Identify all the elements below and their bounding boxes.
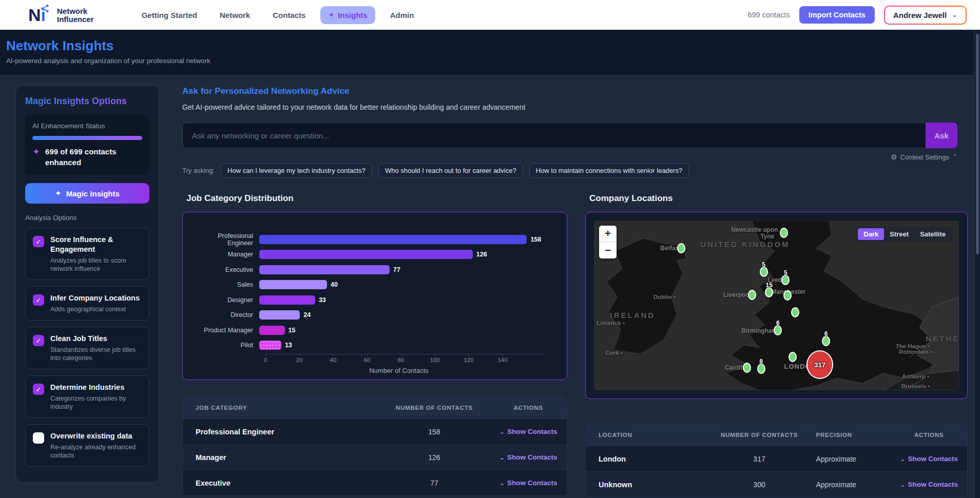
- option-label: Overwrite existing data: [50, 431, 142, 441]
- checkbox-checked-icon[interactable]: ✓: [33, 294, 44, 306]
- checkbox-checked-icon[interactable]: ✓: [33, 335, 44, 346]
- nav-item-getting-started[interactable]: Getting Started: [134, 6, 205, 24]
- checkbox-checked-icon[interactable]: ✓: [33, 236, 44, 247]
- map-marker[interactable]: [677, 243, 685, 253]
- map-marker[interactable]: [791, 307, 799, 317]
- contact-count-cell: 158: [378, 428, 490, 436]
- map-canvas[interactable]: Newcastle uponTyneUNITED KINGDOMBelfastD…: [594, 221, 959, 390]
- option-label: Infer Company Locations: [50, 293, 140, 303]
- suggestion-chip[interactable]: How to maintain connections with senior …: [529, 163, 689, 178]
- user-menu-button[interactable]: Andrew Jewell ⌄: [884, 6, 967, 25]
- col-header-actions: Actions: [891, 432, 967, 438]
- option-infer-company-locations[interactable]: ✓Infer Company LocationsAdds geographica…: [25, 286, 149, 321]
- marker-count: 6: [776, 320, 780, 327]
- map-layer-dark[interactable]: Dark: [858, 228, 884, 240]
- map-layer-street[interactable]: Street: [884, 228, 914, 240]
- job-category-section: Job Category Distribution Professional E…: [182, 193, 567, 497]
- chart-bar[interactable]: [259, 250, 473, 259]
- marker-count: 15: [766, 282, 773, 289]
- chart-bar[interactable]: [259, 326, 285, 335]
- option-determine-industries[interactable]: ✓Determine IndustriesCategorizes compani…: [25, 375, 149, 418]
- map-layer-satellite[interactable]: Satellite: [914, 228, 951, 240]
- map-marker-cluster-6[interactable]: 6: [774, 325, 782, 335]
- show-contacts-link[interactable]: ⌄Show Contacts: [891, 481, 967, 488]
- nav-menu: Getting StartedNetworkContacts✦InsightsA…: [134, 6, 422, 24]
- nav-item-contacts[interactable]: Contacts: [265, 6, 313, 24]
- map-marker-cluster-8[interactable]: 8: [757, 364, 765, 374]
- map-marker-cluster-5[interactable]: 5: [781, 275, 790, 285]
- checkbox-unchecked-icon[interactable]: ✓: [33, 432, 44, 444]
- map-marker[interactable]: [783, 290, 792, 301]
- chart-category-label: Manager: [191, 251, 259, 258]
- map-zoom-out-button[interactable]: −: [599, 242, 617, 258]
- axis-tick-label: 120: [464, 357, 473, 363]
- map-marker-cluster-15[interactable]: 15: [765, 287, 773, 297]
- import-contacts-button[interactable]: Import Contacts: [799, 6, 875, 24]
- option-label: Score Influence & Engagement: [50, 235, 142, 254]
- option-description: Analyzes job titles to score network inf…: [50, 256, 142, 273]
- suggestion-chip[interactable]: Who should I reach out to for career adv…: [378, 163, 523, 178]
- option-clean-job-titles[interactable]: ✓Clean Job TitlesStandardizes diverse jo…: [25, 327, 149, 369]
- show-contacts-link[interactable]: ⌄Show Contacts: [490, 479, 567, 487]
- network-share-icon: [41, 4, 49, 13]
- map-marker-cluster-5[interactable]: 5: [760, 267, 768, 277]
- scrollbar-thumb[interactable]: [976, 34, 979, 254]
- table-row: Executive77⌄Show Contacts: [183, 470, 567, 495]
- question-input[interactable]: [182, 123, 926, 148]
- option-overwrite-existing-data[interactable]: ✓Overwrite existing dataRe-analyze alrea…: [25, 424, 149, 467]
- axis-tick: [299, 354, 300, 356]
- chevron-down-icon: ⌄: [900, 455, 905, 463]
- map-layer-switcher: DarkStreetSatellite: [856, 227, 953, 242]
- page-title: Network Insights: [6, 38, 968, 54]
- chart-x-axis-label: Number of Contacts: [369, 367, 429, 374]
- chart-bar[interactable]: [259, 235, 527, 244]
- chart-category-label: Pilot: [191, 342, 259, 349]
- axis-tick: [503, 354, 503, 356]
- col-header-number-of-contacts: Number of Contacts: [716, 432, 803, 438]
- ask-subtitle: Get AI-powered advice tailored to your n…: [182, 103, 968, 111]
- try-asking-label: Try asking:: [182, 167, 215, 174]
- location-cell: Unknown: [586, 481, 716, 489]
- ask-button[interactable]: Ask: [926, 123, 957, 148]
- nav-item-insights[interactable]: ✦Insights: [320, 6, 375, 24]
- magic-insights-button[interactable]: ✦ Magic Insights: [25, 183, 149, 204]
- job-category-cell: Executive: [183, 479, 378, 487]
- suggestion-chip[interactable]: How can I leverage my tech industry cont…: [221, 163, 372, 178]
- chart-bar-row: Professional Engineer158: [191, 232, 559, 247]
- sparkles-icon: ✦: [32, 146, 40, 157]
- show-contacts-link[interactable]: ⌄Show Contacts: [490, 453, 567, 461]
- gear-icon: ⚙: [891, 153, 897, 161]
- axis-tick: [367, 354, 368, 356]
- scrollbar-track[interactable]: [974, 30, 980, 498]
- nav-item-network[interactable]: Network: [212, 6, 258, 24]
- suggestion-chips: How can I leverage my tech industry cont…: [221, 163, 689, 178]
- chart-bar[interactable]: [259, 341, 281, 350]
- map-zoom-in-button[interactable]: +: [599, 226, 617, 242]
- sidebar-title: Magic Insights Options: [25, 96, 149, 107]
- sparkles-icon: ✦: [55, 189, 62, 198]
- context-settings-toggle[interactable]: ⚙ Context Settings ⌃: [891, 153, 957, 161]
- checkbox-checked-icon[interactable]: ✓: [33, 384, 44, 395]
- analysis-options-list: ✓Score Influence & EngagementAnalyzes jo…: [25, 228, 149, 467]
- brand-logo[interactable]: Ni Network Influencer: [28, 4, 94, 26]
- map-marker[interactable]: [789, 352, 797, 362]
- option-description: Re-analyze already enhanced contacts: [50, 443, 142, 460]
- chart-bar[interactable]: [259, 280, 327, 289]
- map-marker[interactable]: [748, 290, 756, 300]
- chart-bar[interactable]: [259, 265, 390, 274]
- map-marker[interactable]: [743, 363, 751, 373]
- chart-category-label: Designer: [191, 296, 259, 304]
- show-contacts-link[interactable]: ⌄Show Contacts: [891, 455, 967, 463]
- chart-bar-value: 33: [319, 296, 326, 304]
- nav-item-admin[interactable]: Admin: [382, 6, 422, 24]
- axis-tick: [435, 354, 435, 356]
- chart-bar-row: Sales40: [191, 277, 559, 293]
- show-contacts-link[interactable]: ⌄Show Contacts: [490, 428, 567, 435]
- map-marker-cluster-317[interactable]: 317: [806, 350, 833, 379]
- chart-bar[interactable]: [259, 310, 300, 320]
- chart-bar[interactable]: [259, 295, 315, 305]
- map-marker-cluster-6[interactable]: 6: [822, 336, 830, 346]
- option-score-influence-engagement[interactable]: ✓Score Influence & EngagementAnalyzes jo…: [25, 228, 149, 280]
- map-marker[interactable]: [780, 228, 788, 238]
- company-locations-section: Company Locations Newcastle up: [585, 193, 968, 497]
